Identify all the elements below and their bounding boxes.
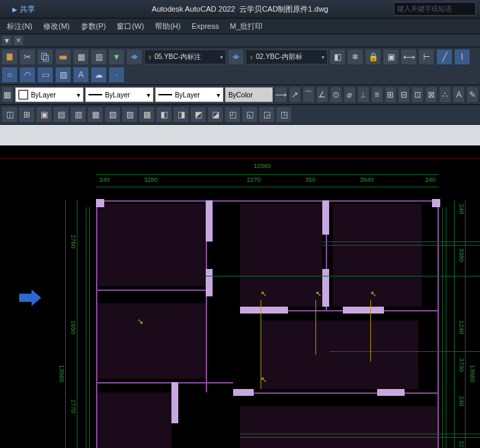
- dim-e-icon[interactable]: ⊙: [330, 86, 342, 103]
- t6-icon[interactable]: ▦: [87, 106, 104, 123]
- dim-linear-icon[interactable]: ⟷: [400, 49, 417, 65]
- menu-help[interactable]: 帮助(H): [149, 21, 186, 32]
- dim-a-icon[interactable]: ⟶: [274, 86, 287, 103]
- dim-f-icon[interactable]: ⌀: [344, 86, 356, 103]
- t1-icon[interactable]: ◫: [1, 106, 18, 123]
- wall-thick: [206, 269, 213, 296]
- dim-value: 3380: [458, 248, 465, 262]
- layer-tool-icon[interactable]: [126, 49, 143, 65]
- dim-g-icon[interactable]: ⟂: [357, 86, 370, 103]
- copy-icon[interactable]: [37, 49, 53, 65]
- t16-icon[interactable]: ◲: [259, 106, 275, 123]
- t14-icon[interactable]: ◰: [224, 106, 241, 123]
- paste-icon[interactable]: [1, 49, 18, 65]
- arrow-icon: ↖: [261, 290, 267, 298]
- tool-a-icon[interactable]: ▦: [73, 49, 89, 65]
- dim-n-icon[interactable]: A: [453, 86, 465, 103]
- wall-thick: [233, 389, 254, 396]
- dim-cont-icon[interactable]: ⊢: [418, 49, 435, 65]
- room-fill: [333, 204, 422, 307]
- dim-c-icon[interactable]: ⌒: [302, 86, 315, 103]
- dim-i-icon[interactable]: ⊞: [385, 86, 397, 103]
- wall: [233, 392, 439, 394]
- wire: [86, 207, 86, 448]
- t4-icon[interactable]: ▤: [53, 106, 69, 123]
- pline-icon[interactable]: ⌇: [454, 49, 470, 65]
- search-input[interactable]: 键入关键字或短语: [394, 2, 476, 16]
- cloud-icon[interactable]: ☁: [91, 67, 107, 83]
- tool-b-icon[interactable]: ▥: [91, 49, 107, 65]
- menu-batchprint[interactable]: M_批打印: [224, 21, 268, 32]
- match-icon[interactable]: [55, 49, 71, 65]
- window-title: Autodesk AutoCAD 2022 云学贝CAD制图原件1.dwg: [152, 4, 328, 14]
- arc-icon[interactable]: ◠: [19, 67, 36, 83]
- cut-icon[interactable]: ✂: [19, 49, 36, 65]
- dim-b-icon[interactable]: ↗: [289, 86, 301, 103]
- menu-modify[interactable]: 修改(M): [38, 21, 75, 32]
- circle-icon[interactable]: ○: [1, 67, 18, 83]
- layer-combo-1[interactable]: ♀ 05.YBC-内标注▾: [144, 49, 226, 64]
- wire: [240, 434, 480, 434]
- drawing-canvas[interactable]: ↖ ↖ ↖ ↖ ↘ 10360 240 3280 2270 350 3940 2…: [0, 145, 480, 448]
- wall-thick: [96, 199, 104, 207]
- dim-h-icon[interactable]: ≡: [371, 86, 383, 103]
- dim-value: 13560: [58, 365, 65, 382]
- svg-rect-2: [43, 55, 48, 61]
- svg-rect-1: [42, 54, 47, 60]
- t3-icon[interactable]: ▣: [36, 106, 52, 123]
- dim-value: 3210: [458, 440, 465, 448]
- dim-d-icon[interactable]: ∠: [316, 86, 328, 103]
- wire: [446, 207, 446, 448]
- prop-tool-icon[interactable]: ▦: [1, 86, 14, 103]
- hatch-icon[interactable]: ▨: [55, 67, 71, 83]
- plotstyle-combo[interactable]: ByColor: [225, 87, 273, 102]
- t11-icon[interactable]: ◨: [173, 106, 189, 123]
- text-icon[interactable]: A: [73, 67, 89, 83]
- t9-icon[interactable]: ▩: [139, 106, 155, 123]
- dim-l-icon[interactable]: ⊠: [425, 86, 437, 103]
- menu-express[interactable]: Express: [186, 22, 224, 30]
- dropdown-icon[interactable]: ▾: [1, 35, 12, 46]
- iso-icon[interactable]: ◧: [329, 49, 346, 65]
- color-combo[interactable]: ByLayer▾: [15, 87, 84, 102]
- line-icon[interactable]: ╱: [436, 49, 453, 65]
- arrow-icon: ↘: [137, 317, 143, 326]
- rect-icon[interactable]: ▭: [37, 67, 53, 83]
- point-icon[interactable]: ·: [108, 67, 125, 83]
- dim-k-icon[interactable]: ⊡: [411, 86, 424, 103]
- t17-icon[interactable]: ◳: [276, 106, 292, 123]
- room-fill: [96, 204, 206, 286]
- layer-tool2-icon[interactable]: [228, 49, 244, 65]
- dim-o-icon[interactable]: ✎: [466, 86, 479, 103]
- room-fill: [240, 204, 322, 307]
- lock-icon[interactable]: 🔒: [365, 49, 381, 65]
- linetype-combo[interactable]: ByLayer▾: [85, 87, 154, 102]
- dim-m-icon[interactable]: ∴: [439, 86, 451, 103]
- lineweight-combo[interactable]: ByLayer▾: [155, 87, 224, 102]
- t8-icon[interactable]: ▨: [121, 106, 138, 123]
- dim-value: 2770: [70, 399, 77, 413]
- t2-icon[interactable]: ⊞: [19, 106, 35, 123]
- toolbar-main: ✂ ▦ ▥ ▼ ♀ 05.YBC-内标注▾ ♀ 02.YBC-内部标▾ ◧ ❄ …: [0, 47, 480, 85]
- dim-j-icon[interactable]: ⊟: [398, 86, 410, 103]
- block-icon[interactable]: ▣: [383, 49, 399, 65]
- t13-icon[interactable]: ◪: [207, 106, 224, 123]
- menu-param[interactable]: 参数(P): [75, 21, 112, 32]
- t12-icon[interactable]: ◩: [190, 106, 206, 123]
- t15-icon[interactable]: ◱: [241, 106, 258, 123]
- t10-icon[interactable]: ◧: [156, 106, 172, 123]
- menu-annotate[interactable]: 标注(N): [1, 21, 38, 32]
- dimline: [454, 200, 455, 448]
- wire: [89, 207, 90, 448]
- close-icon[interactable]: ×: [13, 35, 24, 46]
- menu-window[interactable]: 窗口(W): [111, 21, 149, 32]
- xline: [0, 158, 480, 158]
- wall-thick: [206, 200, 213, 241]
- freeze-icon[interactable]: ❄: [347, 49, 363, 65]
- toolbar-properties: ▦ ByLayer▾ ByLayer▾ ByLayer▾ ByColor ⟶ ↗…: [0, 85, 480, 105]
- layer-combo-2[interactable]: ♀ 02.YBC-内部标▾: [245, 49, 328, 64]
- layer-state-icon[interactable]: ▼: [108, 49, 125, 65]
- t5-icon[interactable]: ▥: [70, 106, 86, 123]
- t7-icon[interactable]: ▧: [104, 106, 121, 123]
- share-button[interactable]: 共享: [12, 4, 35, 14]
